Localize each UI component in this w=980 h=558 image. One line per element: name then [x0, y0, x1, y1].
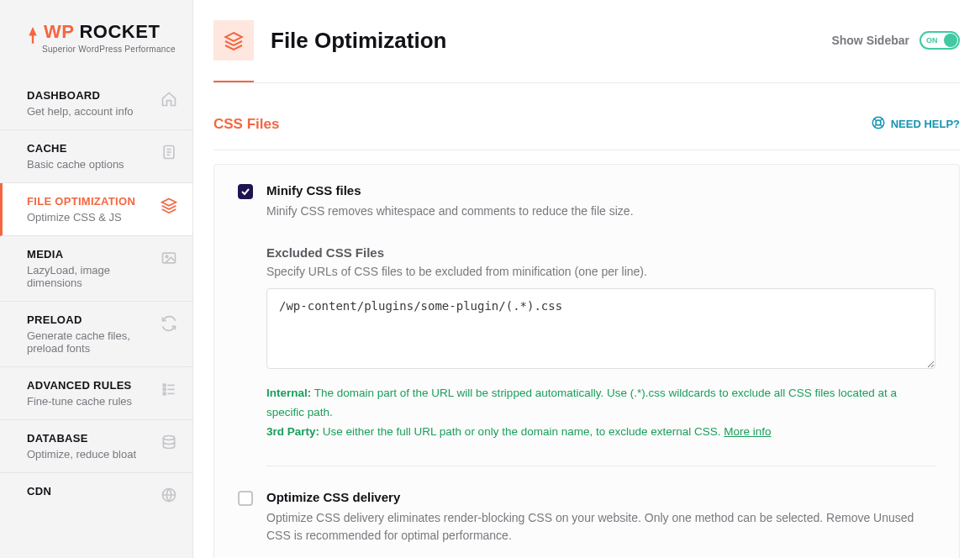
globe-icon [161, 487, 177, 507]
svg-rect-9 [163, 392, 166, 395]
sidebar-item-advanced-rules[interactable]: ADVANCED RULES Fine-tune cache rules [0, 367, 192, 420]
logo: WP ROCKET Superior WordPress Performance [0, 0, 192, 77]
help-icon [871, 115, 886, 133]
hint-text: Internal: The domain part of the URL wil… [266, 384, 935, 442]
svg-point-13 [163, 436, 174, 440]
refresh-icon [161, 315, 177, 335]
toggle-on-label: ON [926, 36, 938, 45]
nav-title: DATABASE [27, 432, 136, 445]
home-icon [161, 91, 177, 111]
css-files-panel: Minify CSS files Minify CSS removes whit… [213, 164, 960, 558]
excluded-css-subsection: Excluded CSS Files Specify URLs of CSS f… [266, 245, 935, 442]
option-title: Minify CSS files [266, 183, 634, 197]
nav-title: MEDIA [27, 248, 161, 261]
svg-marker-15 [225, 33, 242, 41]
svg-rect-7 [163, 384, 166, 387]
nav-title: ADVANCED RULES [27, 379, 132, 392]
option-optimize-css: Optimize CSS delivery Optimize CSS deliv… [238, 490, 935, 545]
nav-title: CDN [27, 485, 51, 497]
subsection-title: Excluded CSS Files [266, 245, 935, 260]
divider [266, 466, 935, 466]
nav-title: PRELOAD [27, 313, 161, 326]
optimize-css-checkbox[interactable] [238, 491, 253, 506]
svg-line-19 [880, 124, 883, 127]
image-icon [161, 250, 177, 270]
hint-3rd-text: Use either the full URL path or only the… [319, 425, 724, 438]
option-desc: Minify CSS removes whitespace and commen… [266, 203, 634, 220]
section-title: CSS Files [213, 116, 279, 133]
sidebar: WP ROCKET Superior WordPress Performance… [0, 0, 193, 558]
database-icon [161, 434, 177, 454]
nav-title: DASHBOARD [27, 89, 133, 102]
svg-rect-8 [163, 388, 166, 391]
sidebar-item-cdn[interactable]: CDN [0, 473, 192, 519]
option-minify-css: Minify CSS files Minify CSS removes whit… [238, 183, 935, 220]
nav-sub: Fine-tune cache rules [27, 395, 132, 408]
nav-sub: Generate cache files, preload fonts [27, 329, 161, 355]
nav-title: CACHE [27, 142, 124, 155]
toggle-knob [944, 34, 957, 47]
need-help-label: NEED HELP? [891, 118, 960, 130]
subsection-desc: Specify URLs of CSS files to be excluded… [266, 265, 935, 278]
nav-sub: LazyLoad, image dimensions [27, 264, 161, 289]
logo-rocket: ROCKET [79, 21, 160, 43]
svg-point-17 [876, 120, 881, 125]
option-desc: Optimize CSS delivery eliminates render-… [266, 509, 935, 545]
sidebar-item-preload[interactable]: PRELOAD Generate cache files, preload fo… [0, 302, 192, 367]
hint-internal-label: Internal: [266, 387, 311, 399]
page-header: File Optimization Show Sidebar ON [213, 20, 960, 81]
sidebar-item-media[interactable]: MEDIA LazyLoad, image dimensions [0, 236, 192, 302]
nav-sub: Get help, account info [27, 105, 133, 118]
divider [213, 82, 960, 83]
sidebar-item-database[interactable]: DATABASE Optimize, reduce bloat [0, 420, 192, 473]
rocket-icon [27, 27, 39, 50]
option-title: Optimize CSS delivery [266, 490, 935, 504]
section-header: CSS Files NEED HELP? [213, 115, 960, 133]
more-info-link[interactable]: More info [724, 425, 771, 438]
sidebar-item-cache[interactable]: CACHE Basic cache options [0, 130, 192, 183]
excluded-css-textarea[interactable] [266, 288, 935, 369]
svg-line-21 [880, 118, 883, 121]
page-title: File Optimization [271, 28, 446, 54]
minify-css-checkbox[interactable] [238, 184, 253, 199]
show-sidebar-label: Show Sidebar [831, 34, 909, 47]
svg-line-20 [873, 124, 876, 127]
svg-marker-4 [162, 199, 177, 206]
nav-sub: Optimize, reduce bloat [27, 448, 136, 461]
nav-sub: Optimize CSS & JS [27, 211, 135, 224]
sidebar-item-file-optimization[interactable]: FILE OPTIMIZATION Optimize CSS & JS [0, 183, 192, 236]
nav-title: FILE OPTIMIZATION [27, 195, 135, 208]
list-icon [161, 381, 177, 401]
need-help-link[interactable]: NEED HELP? [871, 115, 960, 133]
show-sidebar-toggle[interactable]: ON [919, 31, 960, 50]
svg-point-6 [166, 255, 168, 258]
main-content: File Optimization Show Sidebar ON CSS Fi… [193, 0, 980, 558]
layers-icon [213, 20, 254, 61]
divider [213, 150, 960, 150]
hint-internal-text: The domain part of the URL will be strip… [266, 387, 897, 418]
document-icon [161, 144, 177, 164]
logo-tagline: Superior WordPress Performance [42, 45, 179, 54]
sidebar-item-dashboard[interactable]: DASHBOARD Get help, account info [0, 77, 192, 130]
svg-rect-5 [163, 253, 176, 263]
layers-icon [161, 197, 177, 217]
hint-3rd-label: 3rd Party: [266, 425, 319, 438]
nav-sub: Basic cache options [27, 158, 124, 171]
logo-wp: WP [44, 21, 74, 43]
svg-line-18 [873, 118, 876, 121]
